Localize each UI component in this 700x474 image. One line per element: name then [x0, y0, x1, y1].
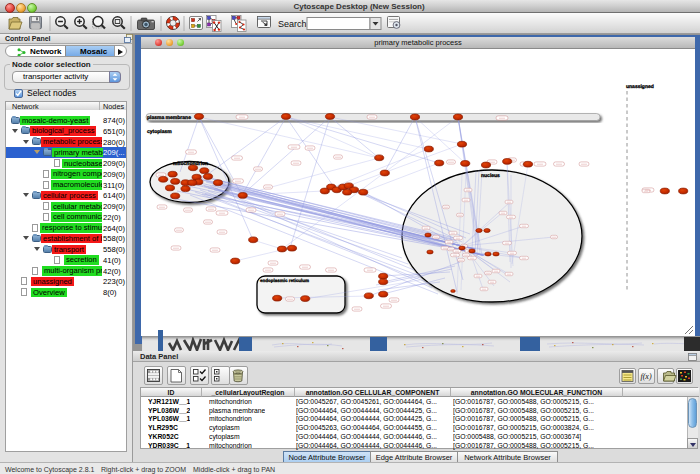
- svg-text:cytoplasm: cytoplasm: [147, 129, 172, 135]
- svg-text:f(x): f(x): [640, 372, 651, 381]
- svg-text:plasma membrane: plasma membrane: [147, 115, 191, 121]
- svg-text:nucleus: nucleus: [481, 173, 500, 179]
- svg-text:unassigned: unassigned: [626, 84, 654, 90]
- svg-text:endoplasmic reticulum: endoplasmic reticulum: [260, 278, 309, 283]
- svg-text:Search:: Search:: [278, 19, 309, 29]
